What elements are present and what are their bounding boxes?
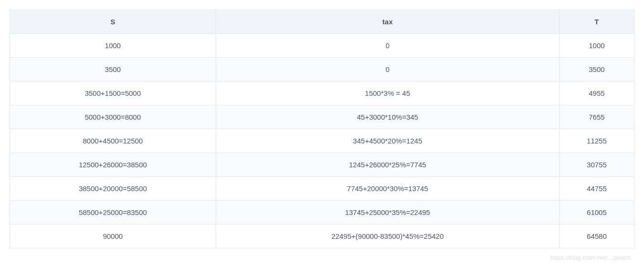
table-row: 12500+26000=38500 1245+26000*25%=7745 30…: [10, 153, 634, 177]
cell-tax: 1245+26000*25%=7745: [216, 153, 559, 177]
cell-t: 30755: [559, 153, 634, 177]
table-header-row: S tax T: [10, 10, 634, 34]
cell-s: 3500+1500=5000: [10, 82, 216, 105]
tax-table: S tax T 1000 0 1000 3500 0 3500 3500+150…: [10, 10, 634, 248]
cell-tax: 0: [216, 58, 559, 82]
cell-t: 64580: [559, 224, 634, 248]
table-row: 1000 0 1000: [10, 34, 634, 58]
cell-s: 58500+25000=83500: [10, 201, 216, 224]
watermark-text: https://blog.csdn.net/…peach: [551, 254, 631, 258]
header-tax: tax: [216, 10, 559, 34]
table-row: 58500+25000=83500 13745+25000*35%=22495 …: [10, 201, 634, 224]
cell-t: 1000: [559, 34, 634, 58]
table-row: 90000 22495+(90000-83500)*45%=25420 6458…: [10, 224, 634, 248]
table-row: 5000+3000=8000 45+3000*10%=345 7655: [10, 105, 634, 129]
header-s: S: [10, 10, 216, 34]
table-row: 3500 0 3500: [10, 58, 634, 82]
table-row: 8000+4500=12500 345+4500*20%=1245 11255: [10, 129, 634, 153]
cell-tax: 345+4500*20%=1245: [216, 129, 559, 153]
cell-s: 38500+20000=58500: [10, 177, 216, 201]
cell-t: 61005: [559, 201, 634, 224]
cell-s: 1000: [10, 34, 216, 58]
cell-s: 5000+3000=8000: [10, 105, 216, 129]
cell-tax: 0: [216, 34, 559, 58]
cell-s: 12500+26000=38500: [10, 153, 216, 177]
cell-tax: 7745+20000*30%=13745: [216, 177, 559, 201]
cell-tax: 22495+(90000-83500)*45%=25420: [216, 224, 559, 248]
cell-t: 11255: [559, 129, 634, 153]
cell-s: 3500: [10, 58, 216, 82]
table-row: 38500+20000=58500 7745+20000*30%=13745 4…: [10, 177, 634, 201]
cell-s: 8000+4500=12500: [10, 129, 216, 153]
table-row: 3500+1500=5000 1500*3% = 45 4955: [10, 82, 634, 105]
cell-t: 44755: [559, 177, 634, 201]
cell-tax: 1500*3% = 45: [216, 82, 559, 105]
cell-s: 90000: [10, 224, 216, 248]
cell-t: 3500: [559, 58, 634, 82]
header-t: T: [559, 10, 634, 34]
cell-t: 7655: [559, 105, 634, 129]
cell-t: 4955: [559, 82, 634, 105]
cell-tax: 45+3000*10%=345: [216, 105, 559, 129]
cell-tax: 13745+25000*35%=22495: [216, 201, 559, 224]
